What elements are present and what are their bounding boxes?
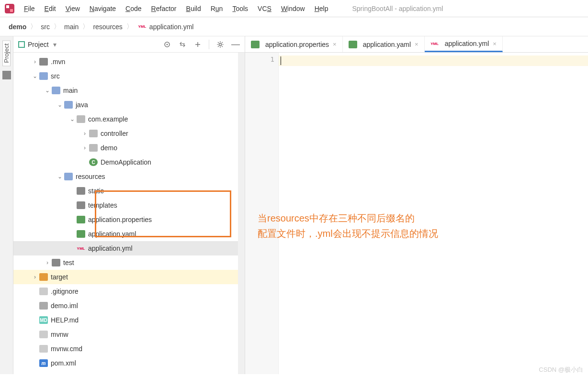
tree-node[interactable]: ›test — [13, 255, 245, 270]
tree-node[interactable]: mvnw — [13, 327, 245, 342]
text-cursor — [281, 56, 281, 65]
tree-node[interactable]: mpom.xml — [13, 356, 245, 370]
breadcrumb-item[interactable]: resources — [90, 22, 125, 32]
tree-node[interactable]: application.yaml — [13, 227, 245, 241]
toolbar-divider — [209, 40, 209, 49]
editor-tab[interactable]: application.yaml× — [343, 36, 425, 52]
window-title: SpringBootAll - application.yml — [352, 5, 443, 12]
close-icon[interactable]: × — [492, 40, 498, 47]
tree-node-label: application.yaml — [88, 230, 136, 238]
chevron-right-icon[interactable]: › — [81, 130, 88, 137]
editor-tab[interactable]: YMLapplication.yml× — [425, 36, 503, 52]
folder-src-icon — [52, 259, 60, 266]
tree-node[interactable]: application.properties — [13, 212, 245, 227]
editor-tab-label: application.yml — [445, 40, 489, 47]
tree-node[interactable]: YMLapplication.yml — [13, 241, 245, 255]
menu-file[interactable]: File — [19, 3, 40, 14]
chevron-down-icon[interactable]: ⌄ — [57, 173, 63, 180]
chevron-right-icon[interactable]: › — [81, 144, 88, 151]
breadcrumb-item[interactable]: main — [61, 22, 81, 32]
tree-node[interactable]: ⌄src — [13, 69, 245, 83]
tree-node[interactable]: ⌄java — [13, 98, 245, 112]
tree-node[interactable]: mvnw.cmd — [13, 342, 245, 356]
chevron-right-icon[interactable]: › — [32, 58, 38, 65]
chevron-right-icon[interactable]: › — [44, 259, 51, 266]
svg-rect-2 — [10, 9, 13, 12]
tree-node[interactable]: ›target — [13, 270, 245, 284]
project-tree[interactable]: ›.mvn⌄src⌄main⌄java⌄com.example›controll… — [13, 53, 245, 374]
locate-button[interactable] — [163, 40, 171, 49]
yml-icon: YML — [138, 23, 147, 31]
menu-refactor[interactable]: Refactor — [147, 3, 181, 14]
props-icon — [77, 216, 85, 223]
editor-code-area[interactable]: 当resources中存在三种不同后缀名的 配置文件时，.yml会出现不提示信息… — [279, 53, 588, 374]
editor-tab-label: application.properties — [265, 41, 329, 48]
iml-icon — [39, 302, 48, 310]
tree-node-label: .mvn — [51, 58, 65, 66]
menu-build[interactable]: Build — [181, 3, 206, 14]
project-view-selector[interactable]: Project ▾ — [18, 41, 57, 48]
tool-window-tab-project[interactable]: Project — [2, 40, 11, 66]
folder-target-icon — [39, 273, 48, 281]
editor-gutter: 1 — [245, 53, 279, 374]
scrollbar[interactable] — [238, 53, 245, 374]
tree-node-label: mvnw — [51, 331, 68, 338]
menu-window[interactable]: Window — [276, 3, 310, 14]
chevron-down-icon[interactable]: ⌄ — [44, 87, 51, 94]
tree-node[interactable]: CDemoApplication — [13, 155, 245, 169]
editor-tab[interactable]: application.properties× — [245, 36, 343, 52]
chevron-down-icon[interactable]: ⌄ — [32, 73, 38, 79]
tree-node-label: main — [63, 87, 78, 94]
tree-node-label: demo.iml — [51, 302, 78, 310]
tree-node[interactable]: static — [13, 184, 245, 198]
settings-button[interactable] — [216, 40, 225, 49]
project-pane-title: Project — [28, 41, 49, 48]
menu-run[interactable]: Run — [206, 3, 228, 14]
tree-node[interactable]: ⌄resources — [13, 169, 245, 184]
tree-node-label: .gitignore — [51, 288, 79, 295]
menubar: FileEditViewNavigateCodeRefactorBuildRun… — [0, 0, 588, 17]
tree-node[interactable]: ›.mvn — [13, 55, 245, 69]
breadcrumb-item[interactable]: YMLapplication.yml — [134, 22, 197, 32]
chevron-right-icon: 〉 — [126, 22, 133, 31]
menu-help[interactable]: Help — [310, 3, 333, 14]
hide-button[interactable]: — — [231, 40, 240, 49]
tree-node-label: templates — [88, 201, 117, 209]
sh-icon — [39, 331, 48, 338]
chevron-down-icon[interactable]: ⌄ — [69, 116, 76, 122]
tree-node[interactable]: ›controller — [13, 126, 245, 141]
close-icon[interactable]: × — [332, 41, 338, 48]
tree-node-label: demo — [101, 144, 117, 152]
chevron-right-icon[interactable]: › — [32, 274, 38, 280]
svg-rect-1 — [6, 5, 9, 8]
yaml-icon — [77, 230, 85, 238]
menu-edit[interactable]: Edit — [40, 3, 61, 14]
tree-node[interactable]: templates — [13, 198, 245, 212]
svg-point-4 — [167, 44, 168, 45]
tree-node-label: static — [88, 187, 104, 195]
folder-module-icon — [52, 87, 60, 94]
tree-node[interactable]: ⌄main — [13, 83, 245, 98]
chevron-down-icon[interactable]: ⌄ — [57, 101, 63, 108]
menu-view[interactable]: View — [61, 3, 85, 14]
menu-tools[interactable]: Tools — [227, 3, 253, 14]
breadcrumb-item[interactable]: src — [38, 22, 53, 32]
breadcrumb-item[interactable]: demo — [6, 22, 29, 32]
tree-node[interactable]: ⌄com.example — [13, 112, 245, 126]
tree-node[interactable]: demo.iml — [13, 299, 245, 313]
tool-window-tab-structure-icon[interactable] — [2, 71, 11, 79]
tree-node-label: mvnw.cmd — [51, 345, 82, 353]
tree-node-label: com.example — [88, 115, 128, 123]
expand-all-button[interactable] — [178, 40, 187, 49]
tree-node[interactable]: .gitignore — [13, 284, 245, 299]
editor-tab-label: application.yaml — [363, 41, 411, 48]
tree-node[interactable]: MDHELP.md — [13, 313, 245, 327]
close-icon[interactable]: × — [414, 41, 419, 48]
collapse-all-button[interactable] — [193, 40, 202, 49]
yaml-icon — [349, 41, 357, 48]
tree-node[interactable]: ›demo — [13, 141, 245, 155]
menu-code[interactable]: Code — [121, 3, 146, 14]
menu-vcs[interactable]: VCS — [253, 3, 276, 14]
tree-node-label: resources — [76, 173, 105, 180]
menu-navigate[interactable]: Navigate — [85, 3, 121, 14]
